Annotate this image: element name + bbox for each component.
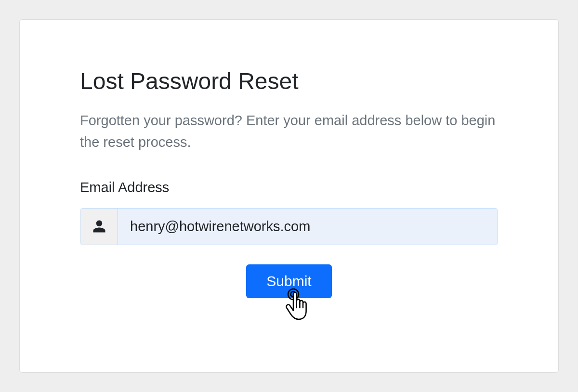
submit-button[interactable]: Submit bbox=[246, 264, 331, 298]
email-input[interactable] bbox=[118, 209, 498, 245]
reset-card: Lost Password Reset Forgotten your passw… bbox=[19, 19, 559, 373]
user-icon bbox=[80, 209, 118, 245]
email-label: Email Address bbox=[80, 180, 498, 196]
email-input-group bbox=[80, 208, 498, 245]
button-row: Submit bbox=[80, 264, 498, 298]
page-title: Lost Password Reset bbox=[80, 68, 498, 94]
page-description: Forgotten your password? Enter your emai… bbox=[80, 110, 498, 153]
